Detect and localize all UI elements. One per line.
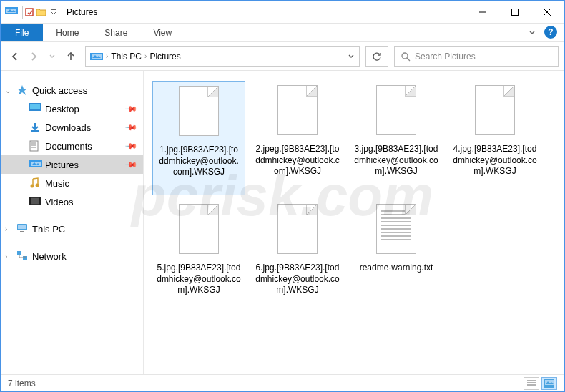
status-count: 7 items	[8, 378, 36, 388]
window-controls	[466, 1, 563, 23]
music-icon	[29, 177, 41, 189]
tab-view[interactable]: View	[140, 24, 185, 41]
sidebar-label: Videos	[45, 197, 74, 207]
content-area: ⌄ Quick access Desktop 📌 Downloads 📌 Doc…	[1, 71, 564, 374]
app-icon	[5, 6, 18, 19]
unknown-file-icon	[175, 204, 223, 260]
unknown-file-icon	[273, 204, 322, 260]
svg-rect-31	[39, 197, 41, 205]
breadcrumb-item[interactable]: Pictures	[149, 52, 180, 62]
ribbon: File Home Share View ?	[1, 24, 564, 42]
details-view-button[interactable]	[524, 377, 539, 390]
file-name: 4.jpg.[9B83AE23].[toddmhickey@outlook.co…	[451, 144, 539, 177]
breadcrumb-item[interactable]: This PC	[111, 52, 142, 62]
file-grid[interactable]: 1.jpg.[9B83AE23].[toddmhickey@outlook.co…	[144, 71, 564, 374]
separator	[62, 6, 62, 19]
chevron-down-icon[interactable]: ⌄	[5, 87, 11, 94]
svg-point-26	[36, 184, 39, 187]
tab-share[interactable]: Share	[92, 24, 140, 41]
pictures-folder-icon	[90, 52, 103, 62]
chevron-right-icon[interactable]: ›	[5, 225, 7, 233]
recent-dropdown-icon[interactable]	[44, 48, 61, 65]
file-name: 5.jpg.[9B83AE23].[toddmhickey@outlook.co…	[155, 263, 242, 296]
file-item[interactable]: 2.jpeg.[9B83AE23].[toddmhickey@outlook.c…	[251, 81, 344, 195]
pin-icon: 📌	[124, 139, 137, 152]
file-name: 6.jpg.[9B83AE23].[toddmhickey@outlook.co…	[254, 263, 341, 296]
chevron-down-icon[interactable]	[348, 53, 355, 60]
back-button[interactable]	[6, 48, 24, 65]
tab-home[interactable]: Home	[43, 24, 92, 41]
downloads-icon	[29, 122, 41, 133]
text-file-icon	[372, 204, 421, 260]
file-name: 3.jpg.[9B83AE23].[toddmhickey@outlook.co…	[353, 144, 440, 177]
chevron-right-icon[interactable]: ›	[5, 253, 7, 260]
status-bar: 7 items	[1, 374, 564, 391]
file-tab[interactable]: File	[1, 24, 43, 41]
svg-rect-4	[51, 9, 56, 10]
svg-point-12	[402, 53, 408, 59]
qat-newfolder-icon[interactable]	[36, 7, 47, 17]
sidebar-item-downloads[interactable]: Downloads 📌	[1, 118, 143, 137]
sidebar: ⌄ Quick access Desktop 📌 Downloads 📌 Doc…	[1, 71, 144, 374]
close-button[interactable]	[531, 1, 563, 23]
sidebar-item-pictures[interactable]: Pictures 📌	[1, 155, 143, 174]
chevron-right-icon[interactable]: ›	[144, 52, 147, 60]
thumbnails-view-button[interactable]	[541, 377, 557, 390]
sidebar-quick-access[interactable]: ⌄ Quick access	[1, 81, 143, 99]
svg-line-13	[407, 58, 410, 61]
file-item[interactable]: 3.jpg.[9B83AE23].[toddmhickey@outlook.co…	[350, 81, 443, 195]
title-bar: Pictures	[1, 1, 564, 24]
svg-marker-14	[17, 85, 27, 95]
forward-button[interactable]	[25, 48, 42, 65]
minimize-button[interactable]	[466, 1, 498, 23]
unknown-file-icon	[273, 85, 322, 141]
sidebar-label: Documents	[45, 141, 92, 152]
unknown-file-icon	[372, 85, 421, 141]
svg-rect-18	[30, 141, 38, 151]
file-item[interactable]: 6.jpg.[9B83AE23].[toddmhickey@outlook.co…	[251, 200, 344, 314]
sidebar-network[interactable]: › Network	[1, 247, 143, 265]
file-item[interactable]: 5.jpg.[9B83AE23].[toddmhickey@outlook.co…	[152, 200, 245, 314]
navigation-bar: › This PC › Pictures Search Pictures	[1, 42, 564, 71]
sidebar-item-desktop[interactable]: Desktop 📌	[1, 99, 143, 118]
file-name: 2.jpeg.[9B83AE23].[toddmhickey@outlook.c…	[254, 144, 341, 177]
documents-icon	[29, 140, 41, 152]
pictures-icon	[29, 159, 41, 170]
file-name: 1.jpg.[9B83AE23].[toddmhickey@outlook.co…	[156, 144, 242, 178]
svg-rect-30	[29, 197, 31, 205]
svg-rect-29	[31, 198, 39, 204]
search-input[interactable]: Search Pictures	[394, 46, 559, 67]
file-name: readme-warning.txt	[358, 263, 435, 274]
sidebar-label: Music	[45, 178, 69, 189]
help-icon[interactable]: ?	[544, 26, 557, 39]
svg-rect-16	[30, 104, 40, 109]
qat-dropdown-icon[interactable]	[50, 9, 57, 16]
separator	[22, 6, 23, 19]
network-icon	[16, 250, 28, 262]
sidebar-this-pc[interactable]: › This PC	[1, 220, 143, 238]
sidebar-item-music[interactable]: Music	[1, 174, 143, 192]
pin-icon: 📌	[124, 157, 137, 171]
sidebar-item-documents[interactable]: Documents 📌	[1, 137, 143, 155]
refresh-button[interactable]	[365, 46, 388, 67]
sidebar-label: Quick access	[32, 85, 87, 96]
sidebar-label: Desktop	[45, 104, 79, 114]
maximize-button[interactable]	[498, 1, 531, 23]
chevron-right-icon[interactable]: ›	[106, 52, 108, 60]
sidebar-label: Network	[32, 251, 67, 262]
svg-rect-33	[18, 225, 26, 229]
unknown-file-icon	[175, 86, 223, 142]
svg-rect-35	[17, 251, 21, 255]
qat-properties-icon[interactable]	[24, 7, 36, 17]
search-placeholder: Search Pictures	[415, 52, 476, 62]
desktop-icon	[29, 103, 41, 114]
sidebar-label: This PC	[32, 224, 65, 235]
ribbon-expand-icon[interactable]	[529, 29, 536, 36]
up-button[interactable]	[62, 48, 79, 65]
pin-icon: 📌	[124, 120, 137, 134]
breadcrumb[interactable]: › This PC › Pictures	[85, 46, 360, 67]
file-item[interactable]: 4.jpg.[9B83AE23].[toddmhickey@outlook.co…	[448, 81, 541, 195]
sidebar-item-videos[interactable]: Videos	[1, 192, 143, 211]
file-item[interactable]: readme-warning.txt	[350, 200, 443, 314]
file-item[interactable]: 1.jpg.[9B83AE23].[toddmhickey@outlook.co…	[152, 81, 245, 195]
